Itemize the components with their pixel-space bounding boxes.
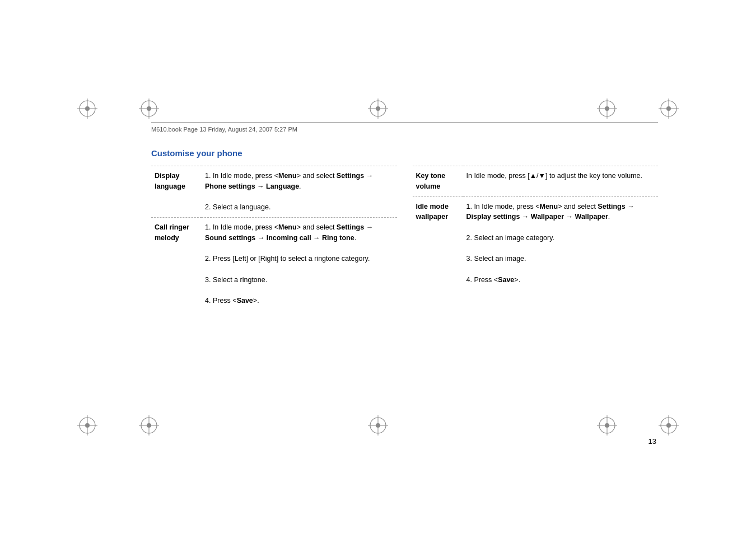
svg-point-39: [376, 423, 380, 428]
reg-mark-tl-inner: [139, 99, 159, 119]
key-tone-volume-label: Key tonevolume: [413, 166, 463, 197]
reg-mark-top-center: [368, 99, 388, 119]
header-bar: M610.book Page 13 Friday, August 24, 200…: [151, 122, 658, 133]
display-language-content: 1. In Idle mode, press <Menu> and select…: [202, 166, 397, 218]
reg-mark-tr-inner: [597, 99, 617, 119]
reg-mark-br-outer: [659, 415, 679, 435]
table-row: Idle modewallpaper 1. In Idle mode, pres…: [413, 196, 659, 290]
page-title: Customise your phone: [151, 148, 658, 158]
idle-mode-wallpaper-label: Idle modewallpaper: [413, 196, 463, 290]
reg-mark-tl-outer: [77, 99, 97, 119]
svg-point-35: [376, 106, 380, 111]
svg-point-31: [605, 423, 609, 428]
two-col-layout: Displaylanguage 1. In Idle mode, press <…: [151, 166, 658, 311]
right-column: Key tonevolume In Idle mode, press [▲/▼]…: [413, 166, 659, 290]
reg-mark-bl-outer: [77, 415, 97, 435]
svg-point-3: [85, 106, 90, 111]
page-number: 13: [648, 437, 656, 446]
reg-mark-bottom-center: [368, 415, 388, 435]
table-row: Key tonevolume In Idle mode, press [▲/▼]…: [413, 166, 659, 197]
svg-point-23: [605, 106, 609, 111]
reg-mark-bl-inner: [139, 415, 159, 435]
header-text: M610.book Page 13 Friday, August 24, 200…: [151, 126, 297, 133]
main-content: Customise your phone Displaylanguage 1. …: [151, 148, 658, 311]
display-language-label: Displaylanguage: [151, 166, 202, 218]
key-tone-volume-content: In Idle mode, press [▲/▼] to adjust the …: [463, 166, 659, 197]
table-row: Displaylanguage 1. In Idle mode, press <…: [151, 166, 397, 218]
call-ringer-content: 1. In Idle mode, press <Menu> and select…: [202, 218, 397, 311]
svg-point-15: [666, 423, 671, 428]
idle-mode-wallpaper-content: 1. In Idle mode, press <Menu> and select…: [463, 196, 659, 290]
svg-point-7: [666, 106, 671, 111]
reg-mark-tr-outer: [659, 99, 679, 119]
left-column: Displaylanguage 1. In Idle mode, press <…: [151, 166, 397, 311]
reg-mark-br-inner: [597, 415, 617, 435]
svg-point-27: [147, 423, 151, 428]
left-table: Displaylanguage 1. In Idle mode, press <…: [151, 166, 397, 311]
table-row: Call ringermelody 1. In Idle mode, press…: [151, 218, 397, 311]
right-table: Key tonevolume In Idle mode, press [▲/▼]…: [413, 166, 659, 290]
svg-point-19: [147, 106, 151, 111]
svg-point-11: [85, 423, 90, 428]
call-ringer-label: Call ringermelody: [151, 218, 202, 311]
